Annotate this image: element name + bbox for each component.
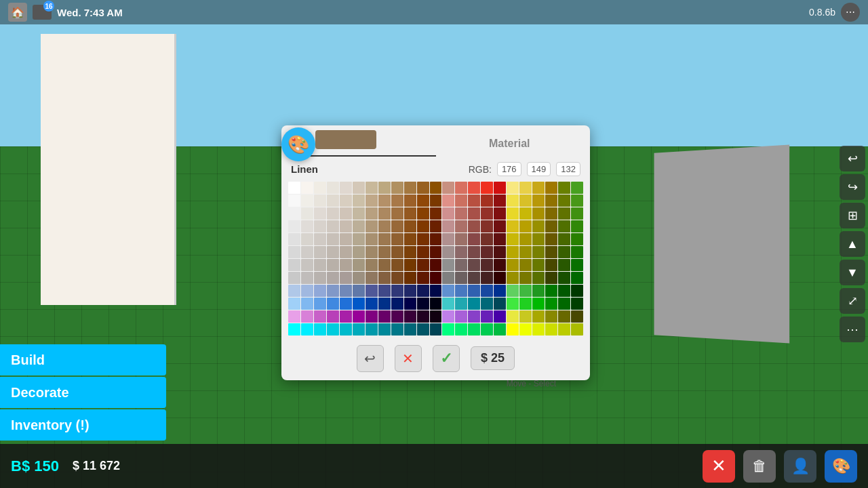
color-cell[interactable] xyxy=(507,323,519,336)
palette-button[interactable]: 🎨 xyxy=(825,450,857,483)
color-cell[interactable] xyxy=(468,182,480,194)
color-cell[interactable] xyxy=(353,323,365,336)
color-cell[interactable] xyxy=(340,259,352,271)
color-cell[interactable] xyxy=(404,272,416,284)
color-cell[interactable] xyxy=(314,259,326,271)
color-cell[interactable] xyxy=(519,310,532,323)
color-cell[interactable] xyxy=(366,233,378,245)
color-cell[interactable] xyxy=(366,323,378,336)
color-cell[interactable] xyxy=(430,182,442,194)
color-cell[interactable] xyxy=(301,285,313,297)
color-cell[interactable] xyxy=(314,220,326,232)
color-cell[interactable] xyxy=(481,207,493,220)
color-cell[interactable] xyxy=(532,246,545,258)
color-cell[interactable] xyxy=(417,259,429,271)
color-cell[interactable] xyxy=(494,195,506,207)
color-cell[interactable] xyxy=(494,298,506,310)
color-cell[interactable] xyxy=(545,323,557,336)
color-cell[interactable] xyxy=(391,310,403,323)
color-cell[interactable] xyxy=(442,298,454,310)
color-cell[interactable] xyxy=(417,195,429,207)
color-cell[interactable] xyxy=(442,182,454,194)
color-cell[interactable] xyxy=(314,195,326,207)
color-cell[interactable] xyxy=(417,285,429,297)
decorate-button[interactable]: Decorate xyxy=(0,377,166,408)
color-cell[interactable] xyxy=(314,285,326,297)
color-cell[interactable] xyxy=(455,233,467,245)
color-cell[interactable] xyxy=(391,323,403,336)
color-cell[interactable] xyxy=(545,195,557,207)
color-cell[interactable] xyxy=(378,182,391,194)
color-cell[interactable] xyxy=(494,246,506,258)
color-cell[interactable] xyxy=(404,195,416,207)
inventory-button[interactable]: Inventory (!) xyxy=(0,409,166,441)
build-button[interactable]: Build xyxy=(0,344,166,375)
expand-icon-btn[interactable]: ⤢ xyxy=(840,288,865,314)
paint-palette-icon[interactable]: 🎨 xyxy=(281,127,315,161)
color-cell[interactable] xyxy=(430,310,442,323)
color-cell[interactable] xyxy=(507,182,519,194)
color-cell[interactable] xyxy=(455,323,467,336)
color-cell[interactable] xyxy=(532,233,545,245)
color-cell[interactable] xyxy=(519,259,532,271)
confirm-button[interactable]: ✓ xyxy=(433,345,460,372)
color-cell[interactable] xyxy=(532,285,545,297)
color-cell[interactable] xyxy=(314,246,326,258)
color-cell[interactable] xyxy=(430,272,442,284)
undo-icon-btn[interactable]: ↩ xyxy=(840,146,865,171)
color-cell[interactable] xyxy=(353,285,365,297)
color-cell[interactable] xyxy=(455,182,467,194)
color-cell[interactable] xyxy=(417,220,429,232)
color-cell[interactable] xyxy=(353,272,365,284)
color-cell[interactable] xyxy=(481,298,493,310)
color-cell[interactable] xyxy=(558,207,570,220)
color-cell[interactable] xyxy=(507,259,519,271)
color-cell[interactable] xyxy=(340,233,352,245)
color-cell[interactable] xyxy=(430,207,442,220)
color-cell[interactable] xyxy=(455,195,467,207)
color-cell[interactable] xyxy=(417,310,429,323)
color-cell[interactable] xyxy=(481,182,493,194)
color-cell[interactable] xyxy=(404,220,416,232)
color-cell[interactable] xyxy=(532,207,545,220)
color-cell[interactable] xyxy=(481,323,493,336)
color-cell[interactable] xyxy=(545,182,557,194)
color-cell[interactable] xyxy=(301,298,313,310)
color-cell[interactable] xyxy=(404,323,416,336)
color-cell[interactable] xyxy=(571,323,583,336)
color-cell[interactable] xyxy=(366,246,378,258)
color-cell[interactable] xyxy=(558,246,570,258)
color-cell[interactable] xyxy=(468,259,480,271)
color-cell[interactable] xyxy=(417,246,429,258)
color-cell[interactable] xyxy=(558,323,570,336)
color-cell[interactable] xyxy=(288,220,300,232)
color-cell[interactable] xyxy=(327,323,339,336)
color-cell[interactable] xyxy=(417,272,429,284)
color-cell[interactable] xyxy=(340,272,352,284)
color-cell[interactable] xyxy=(378,310,391,323)
color-cell[interactable] xyxy=(494,182,506,194)
color-cell[interactable] xyxy=(519,298,532,310)
color-cell[interactable] xyxy=(327,207,339,220)
color-cell[interactable] xyxy=(340,195,352,207)
color-cell[interactable] xyxy=(507,285,519,297)
color-cell[interactable] xyxy=(519,182,532,194)
color-cell[interactable] xyxy=(532,220,545,232)
color-cell[interactable] xyxy=(507,310,519,323)
color-cell[interactable] xyxy=(430,246,442,258)
color-cell[interactable] xyxy=(571,285,583,297)
settings-icon[interactable]: ⋯ xyxy=(841,3,860,22)
color-cell[interactable] xyxy=(545,298,557,310)
color-cell[interactable] xyxy=(468,310,480,323)
color-cell[interactable] xyxy=(519,272,532,284)
color-cell[interactable] xyxy=(519,220,532,232)
trash-button[interactable]: 🗑 xyxy=(743,450,776,483)
color-cell[interactable] xyxy=(340,246,352,258)
color-cell[interactable] xyxy=(340,182,352,194)
color-cell[interactable] xyxy=(288,259,300,271)
up-icon-btn[interactable]: ▲ xyxy=(840,231,865,257)
color-cell[interactable] xyxy=(366,207,378,220)
color-cell[interactable] xyxy=(366,272,378,284)
color-cell[interactable] xyxy=(366,195,378,207)
color-cell[interactable] xyxy=(288,323,300,336)
